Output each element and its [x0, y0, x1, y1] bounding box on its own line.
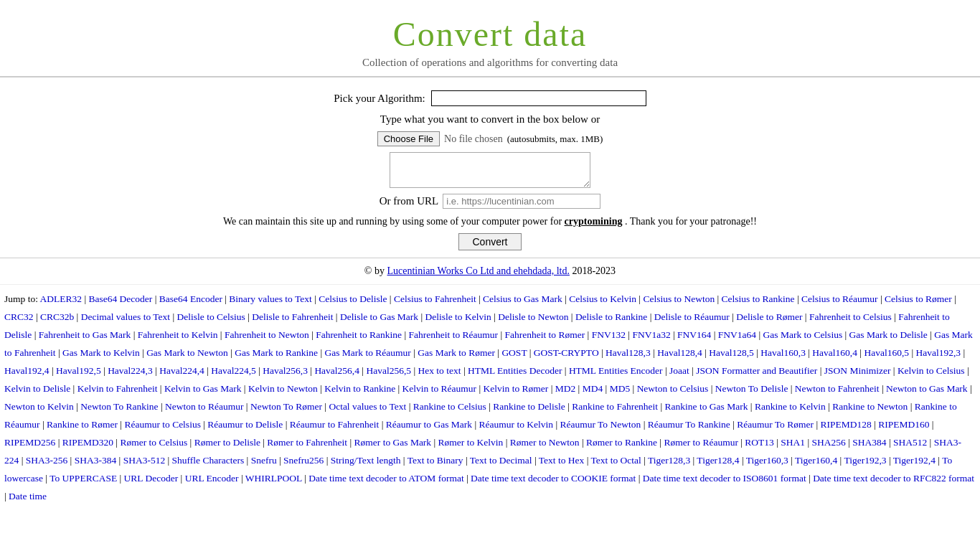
algo-link[interactable]: HTML Entities Encoder — [569, 365, 663, 376]
algo-link[interactable]: Haval128,5 — [709, 347, 754, 358]
algo-link[interactable]: String/Text length — [331, 455, 401, 466]
algo-link[interactable]: Base64 Encoder — [159, 293, 222, 304]
algo-link[interactable]: Shuffle Characters — [172, 455, 245, 466]
algo-link[interactable]: Haval192,3 — [915, 347, 961, 358]
algo-link[interactable]: Decimal values to Text — [81, 311, 170, 322]
algo-link[interactable]: RIPEMD256 — [4, 437, 55, 448]
algo-link[interactable]: Newton to Celsius — [637, 383, 709, 394]
algo-link[interactable]: Haval160,5 — [864, 347, 909, 358]
algo-link[interactable]: Text to Decimal — [470, 455, 532, 466]
algo-link[interactable]: Réaumur To Rømer — [737, 419, 814, 430]
algo-link[interactable]: Réaumur To Newton — [560, 419, 641, 430]
algo-link[interactable]: ROT13 — [745, 437, 774, 448]
algo-link[interactable]: Kelvin to Celsius — [897, 365, 965, 376]
algo-link[interactable]: Newton to Réaumur — [165, 401, 243, 412]
algo-link[interactable]: Kelvin to Newton — [248, 383, 318, 394]
algo-link[interactable]: Haval160,3 — [760, 347, 806, 358]
algo-link[interactable]: Haval192,5 — [56, 365, 101, 376]
algo-link[interactable]: Haval224,4 — [159, 365, 204, 376]
algo-link[interactable]: Fahrenheit to Réaumur — [409, 329, 498, 340]
algo-link[interactable]: Base64 Decoder — [88, 293, 152, 304]
algo-link[interactable]: MD4 — [583, 383, 603, 394]
algo-link[interactable]: Fahrenheit to Celsius — [809, 311, 892, 322]
algo-link[interactable]: Réaumur to Delisle — [207, 419, 283, 430]
algo-link[interactable]: FNV1a32 — [632, 329, 670, 340]
algo-link[interactable]: Tiger192,4 — [893, 455, 936, 466]
algo-link[interactable]: Date time text decoder to ATOM format — [308, 473, 463, 484]
algo-link[interactable]: Gas Mark to Rømer — [418, 347, 495, 358]
algo-link[interactable]: Haval128,3 — [606, 347, 651, 358]
algo-link[interactable]: Celsius to Rømer — [885, 293, 952, 304]
algo-link[interactable]: Newton to Gas Mark — [886, 383, 968, 394]
algo-link[interactable]: Fahrenheit to Rømer — [504, 329, 585, 340]
algo-link[interactable]: SHA3-512 — [123, 455, 166, 466]
algo-link[interactable]: Tiger128,4 — [697, 455, 739, 466]
algo-link[interactable]: Rankine to Fahrenheit — [572, 401, 658, 412]
algo-link[interactable]: Kelvin to Rømer — [484, 383, 549, 394]
algo-link[interactable]: MD5 — [610, 383, 631, 394]
algo-link[interactable]: Haval160,4 — [812, 347, 857, 358]
algo-link[interactable]: Kelvin to Gas Mark — [164, 383, 242, 394]
algo-link[interactable]: Kelvin to Réaumur — [402, 383, 476, 394]
algo-link[interactable]: Tiger160,3 — [746, 455, 788, 466]
algo-link[interactable]: Text to Hex — [539, 455, 585, 466]
algo-link[interactable]: Haval256,3 — [263, 365, 308, 376]
algo-link[interactable]: Fahrenheit to Kelvin — [138, 329, 218, 340]
algo-link[interactable]: WHIRLPOOL — [245, 473, 302, 484]
algo-link[interactable]: Octal values to Text — [329, 401, 406, 412]
algo-link[interactable]: Haval224,5 — [211, 365, 256, 376]
algo-link[interactable]: Rankine to Celsius — [413, 401, 486, 412]
algo-link[interactable]: SHA3-384 — [75, 455, 117, 466]
algo-link[interactable]: Text to Binary — [407, 455, 463, 466]
algo-link[interactable]: Tiger128,3 — [648, 455, 690, 466]
algo-link[interactable]: SHA1 — [781, 437, 805, 448]
algo-link[interactable]: Delisle to Gas Mark — [340, 311, 418, 322]
algo-link[interactable]: FNV132 — [592, 329, 626, 340]
algo-link[interactable]: Celsius to Delisle — [319, 293, 387, 304]
algo-link[interactable]: Haval256,4 — [314, 365, 359, 376]
algo-link[interactable]: Newton to Fahrenheit — [795, 383, 880, 394]
algo-link[interactable]: Kelvin to Rankine — [324, 383, 395, 394]
algo-link[interactable]: Delisle to Fahrenheit — [252, 311, 333, 322]
algo-link[interactable]: Gas Mark to Celsius — [763, 329, 843, 340]
algo-link[interactable]: Tiger160,4 — [795, 455, 837, 466]
algo-link[interactable]: Snefru — [251, 455, 277, 466]
algo-link[interactable]: Kelvin to Delisle — [4, 383, 70, 394]
algo-link[interactable]: Réaumur to Gas Mark — [386, 419, 472, 430]
algo-link[interactable]: Rankine to Rømer — [47, 419, 118, 430]
algo-link[interactable]: Rømer to Réaumur — [664, 437, 738, 448]
algo-link[interactable]: Newton To Rankine — [80, 401, 158, 412]
algo-link[interactable]: Rømer to Celsius — [120, 437, 187, 448]
convert-textarea[interactable] — [390, 152, 590, 188]
algo-link[interactable]: To UPPERCASE — [50, 473, 117, 484]
algo-link[interactable]: Celsius to Newton — [643, 293, 715, 304]
algo-link[interactable]: Fahrenheit to Rankine — [316, 329, 402, 340]
algo-link[interactable]: Date time — [9, 491, 47, 501]
algo-link[interactable]: GOST — [501, 347, 527, 358]
algo-link[interactable]: FNV1a64 — [718, 329, 756, 340]
algo-link[interactable]: Rankine to Delisle — [493, 401, 565, 412]
algo-link[interactable]: Haval224,3 — [108, 365, 153, 376]
algo-link[interactable]: Delisle to Rankine — [575, 311, 647, 322]
url-input[interactable] — [443, 194, 600, 209]
algo-link[interactable]: Delisle to Kelvin — [425, 311, 491, 322]
algo-link[interactable]: SHA256 — [812, 437, 846, 448]
algo-link[interactable]: Delisle to Celsius — [177, 311, 245, 322]
algo-link[interactable]: Kelvin to Fahrenheit — [77, 383, 158, 394]
algo-link[interactable]: Haval192,4 — [4, 365, 50, 376]
algo-link[interactable]: RIPEMD128 — [820, 419, 871, 430]
choose-file-button[interactable]: Choose File — [377, 131, 440, 146]
algo-link[interactable]: Snefru256 — [283, 455, 324, 466]
algo-link[interactable]: Hex to text — [418, 365, 461, 376]
algo-link[interactable]: Tiger192,3 — [844, 455, 886, 466]
algo-link[interactable]: HTML Entities Decoder — [468, 365, 562, 376]
algo-link[interactable]: SHA384 — [852, 437, 886, 448]
algo-link[interactable]: ADLER32 — [40, 293, 83, 304]
algo-link[interactable]: Delisle to Newton — [498, 311, 568, 322]
algo-link[interactable]: Joaat — [669, 365, 689, 376]
algo-link[interactable]: Newton To Delisle — [715, 383, 788, 394]
algo-link[interactable]: RIPEMD160 — [878, 419, 929, 430]
algo-link[interactable]: Réaumur to Celsius — [124, 419, 201, 430]
algo-link[interactable]: Rømer to Gas Mark — [354, 437, 432, 448]
algo-link[interactable]: Gas Mark to Kelvin — [62, 347, 140, 358]
